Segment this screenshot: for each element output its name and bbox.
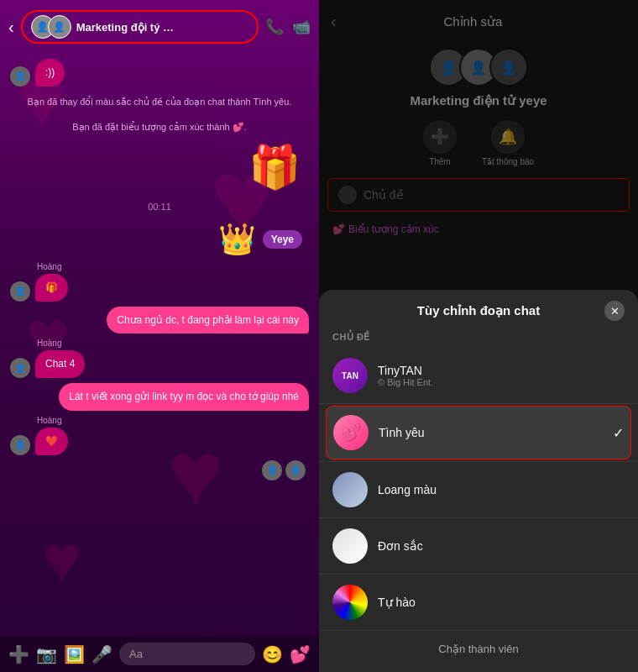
- bubble-me-3: Lát t viết xong gửi link tyy m đọc và ch…: [59, 383, 309, 411]
- avatar-2: 👤: [48, 15, 71, 39]
- system-msg-1: Bạn đã thay đổi màu sắc chủ đề của đoạn …: [10, 92, 309, 113]
- heart-send-icon[interactable]: 💕: [290, 644, 311, 664]
- input-bar: ➕ 📷 🖼️ 🎤 Aa 😊 💕: [0, 636, 319, 672]
- msg-row-me-3: Lát t viết xong gửi link tyy m đọc và ch…: [10, 383, 309, 411]
- modal-header: Tùy chỉnh đoạn chat ✕: [319, 303, 638, 328]
- mic-icon[interactable]: 🎤: [92, 644, 112, 664]
- avatar-tiny-1: 👤: [10, 66, 30, 87]
- call-icon[interactable]: 📞: [265, 18, 284, 36]
- left-panel: ♥ ♥ ♥ ♥ ♥ ‹ 👤 👤 Marketing đội tý y... 📞 …: [0, 0, 319, 672]
- msg-group-hoang-2: Hoàng Chat 4: [35, 339, 85, 378]
- modal-title: Tùy chỉnh đoạn chat: [417, 303, 540, 318]
- bubble-heart-react: ❤️: [35, 428, 68, 455]
- msg-group-hoang-gift: Hoàng 🎁: [35, 262, 68, 302]
- msg-row-greeting: 👤 :)): [10, 59, 309, 87]
- tinytan-name: TinyTAN: [378, 364, 625, 377]
- input-placeholder: Aa: [129, 648, 143, 660]
- dongsac-name: Đơn sắc: [378, 539, 625, 553]
- tinytan-info: TinyTAN © Big Hit Ent.: [378, 364, 625, 387]
- theme-item-tinhan[interactable]: 💕 Tình yêu ✓: [326, 406, 631, 459]
- theme-item-loang[interactable]: Loang màu: [319, 464, 638, 516]
- divider-1: [319, 403, 638, 404]
- tinhan-emoji: 💕: [341, 423, 362, 443]
- msg-row-me-1: Chưa ngủ dc, t đang phải làm lại cái này: [10, 307, 309, 334]
- theme-item-tuhao[interactable]: Tự hào: [319, 576, 638, 628]
- plus-icon[interactable]: ➕: [8, 644, 29, 664]
- theme-item-dongsac[interactable]: Đơn sắc: [319, 520, 638, 572]
- back-icon[interactable]: ‹: [8, 18, 14, 37]
- yeye-tag: Yeye: [263, 230, 302, 249]
- divider-5: [319, 630, 638, 631]
- loang-name: Loang màu: [378, 483, 625, 496]
- dongsac-info: Đơn sắc: [378, 539, 625, 553]
- read-avatar-2: 👤: [285, 460, 306, 480]
- theme-icon-tinhan: 💕: [333, 415, 369, 450]
- read-avatars: 👤 👤: [10, 460, 309, 480]
- tinytan-text: TAN: [342, 371, 358, 381]
- right-panel: ‹ Chỉnh sửa 👤 👤 👤 Marketing điện tử yeye…: [319, 0, 638, 672]
- avatar-tiny-hoang-1: 👤: [10, 281, 30, 302]
- theme-icon-tuhao: [332, 585, 368, 620]
- chat-name-box[interactable]: 👤 👤 Marketing đội tý y...: [21, 10, 259, 44]
- video-icon[interactable]: 📹: [292, 18, 311, 36]
- chat-area: 👤 :)) Bạn đã thay đổi màu sắc chủ đề của…: [0, 50, 319, 636]
- bubble-chat4: Chat 4: [35, 350, 85, 378]
- tuhao-info: Tự hào: [378, 596, 625, 609]
- theme-icon-dongsac: [332, 528, 368, 564]
- tinytan-sub: © Big Hit Ent.: [378, 377, 625, 387]
- gift-sticker: 🎁: [10, 143, 309, 192]
- chat-name: Marketing đội tý y...: [76, 21, 177, 34]
- theme-icon-tinytan: TAN: [332, 358, 368, 393]
- heart-react-emoji: ❤️: [45, 435, 58, 447]
- read-avatar-1: 👤: [262, 460, 282, 480]
- sender-hoang-3: Hoàng: [37, 416, 68, 425]
- block-members-label[interactable]: Chặn thành viên: [319, 633, 638, 655]
- divider-4: [319, 574, 638, 575]
- emoji-icon[interactable]: 😊: [262, 644, 283, 664]
- left-header: ‹ 👤 👤 Marketing đội tý y... 📞 📹: [0, 0, 319, 50]
- sender-hoang-2: Hoàng: [37, 339, 85, 348]
- bubble-gift: 🎁: [35, 274, 68, 302]
- bubble-me-1: Chưa ngủ dc, t đang phải làm lại cái này: [107, 307, 309, 334]
- divider-3: [319, 517, 638, 518]
- modal-close-btn[interactable]: ✕: [604, 301, 625, 321]
- theme-check-icon: ✓: [613, 425, 624, 441]
- crown-emoji: 👑: [218, 222, 256, 257]
- theme-icon-loang: [332, 472, 368, 507]
- avatar-tiny-hoang-3: 👤: [10, 435, 30, 455]
- crown-sticker-area: 👑 Yeye: [10, 222, 309, 257]
- system-msg-2: Bạn đã đặt biểu tượng cảm xúc thành 💕.: [10, 117, 309, 138]
- theme-item-tinytan[interactable]: TAN TinyTAN © Big Hit Ent.: [319, 349, 638, 402]
- tinhan-info: Tình yêu: [379, 426, 603, 439]
- message-input[interactable]: Aa: [119, 643, 255, 665]
- header-avatar-group: 👤 👤: [31, 15, 71, 39]
- msg-row-hoang-chat4: 👤 Hoàng Chat 4: [10, 339, 309, 378]
- modal-sheet: Tùy chỉnh đoạn chat ✕ CHỦ ĐỀ TAN TinyTAN…: [319, 290, 638, 672]
- photo-icon[interactable]: 🖼️: [64, 644, 85, 664]
- msg-row-hoang-heart: 👤 Hoàng ❤️: [10, 416, 309, 455]
- avatar-tiny-hoang-2: 👤: [10, 358, 30, 378]
- loang-info: Loang màu: [378, 483, 625, 496]
- sender-hoang-1: Hoàng: [37, 262, 68, 271]
- divider-2: [319, 461, 638, 462]
- bubble-greeting: :)): [35, 59, 65, 87]
- header-actions: 📞 📹: [265, 18, 311, 36]
- msg-row-hoang-gift: 👤 Hoàng 🎁: [10, 262, 309, 302]
- modal-section-label: CHỦ ĐỀ: [319, 328, 638, 349]
- msg-group-hoang-3: Hoàng ❤️: [35, 416, 68, 455]
- camera-icon[interactable]: 📷: [36, 644, 57, 664]
- tuhao-name: Tự hào: [378, 596, 625, 609]
- time-divider: 00:11: [10, 197, 309, 217]
- tinhan-name: Tình yêu: [379, 426, 603, 439]
- modal-overlay: Tùy chỉnh đoạn chat ✕ CHỦ ĐỀ TAN TinyTAN…: [319, 0, 638, 672]
